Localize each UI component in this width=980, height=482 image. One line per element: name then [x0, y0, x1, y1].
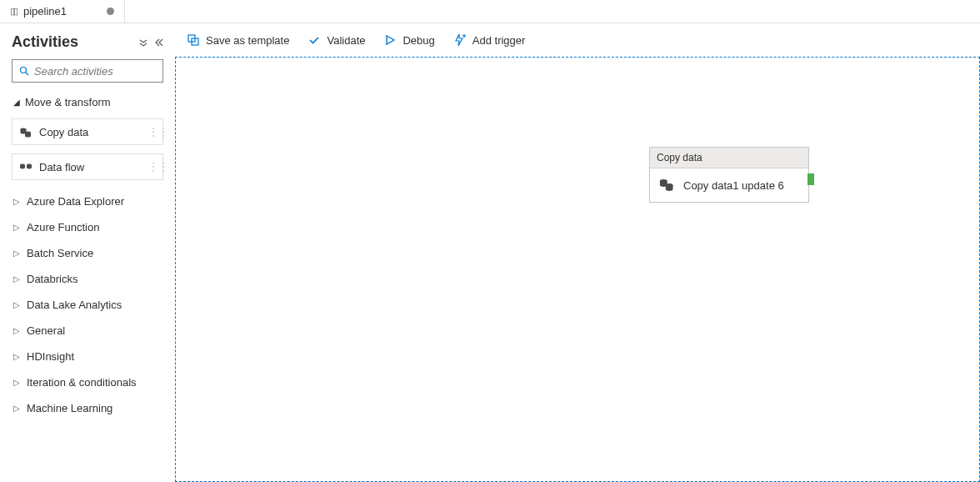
chevron-right-icon: ▷: [13, 326, 20, 335]
chevron-right-icon: ▷: [13, 378, 20, 387]
pipeline-canvas[interactable]: Copy data Copy data1 update 6: [175, 57, 980, 482]
activity-label: Data flow: [39, 161, 84, 173]
chevron-right-icon: ▷: [13, 352, 20, 361]
category-label: Data Lake Analytics: [27, 299, 122, 311]
search-activities-box[interactable]: [12, 59, 163, 83]
sidebar-header: Activities: [12, 33, 163, 51]
node-name: Copy data1 update 6: [683, 179, 784, 192]
sidebar-header-controls: [138, 38, 163, 48]
category-item[interactable]: ▷ Iteration & conditionals: [12, 369, 163, 395]
chevron-right-icon: ▷: [13, 223, 20, 232]
category-label: General: [27, 324, 65, 337]
play-icon: [383, 33, 397, 47]
copy-data-icon: [658, 177, 675, 193]
node-body: Copy data1 update 6: [650, 168, 808, 202]
tab-bar: ▯▯ pipeline1: [0, 0, 980, 23]
debug-button[interactable]: Debug: [383, 33, 434, 47]
sidebar-title: Activities: [12, 33, 78, 51]
tab-label: pipeline1: [23, 5, 67, 18]
activity-label: Copy data: [39, 126, 88, 138]
category-label: Iteration & conditionals: [27, 376, 137, 389]
category-label: Batch Service: [27, 247, 93, 259]
category-label: HDInsight: [27, 350, 74, 363]
activity-copy-data[interactable]: Copy data ⋮⋮: [12, 118, 163, 145]
category-item[interactable]: ▷ Azure Function: [12, 214, 163, 240]
trigger-icon: [453, 33, 467, 47]
node-type-label: Copy data: [650, 148, 808, 168]
category-item[interactable]: ▷ Machine Learning: [12, 395, 163, 421]
collapse-panel-icon[interactable]: [153, 38, 163, 48]
chevron-right-icon: ▷: [13, 249, 20, 258]
check-icon: [308, 33, 321, 47]
canvas-wrap: Save as template Validate Debug Add trig…: [175, 23, 980, 482]
success-connector[interactable]: [808, 173, 814, 185]
category-item[interactable]: ▷ Databricks: [12, 266, 163, 292]
chevron-right-icon: ▷: [13, 197, 20, 206]
category-item[interactable]: ▷ Azure Data Explorer: [12, 188, 163, 214]
unsaved-indicator-icon: [107, 8, 114, 15]
save-as-template-button[interactable]: Save as template: [187, 33, 289, 47]
category-item[interactable]: ▷ HDInsight: [12, 344, 163, 369]
chevron-right-icon: ▷: [13, 404, 20, 413]
expand-collapse-icon[interactable]: [138, 38, 148, 48]
add-trigger-button[interactable]: Add trigger: [453, 33, 526, 47]
chevron-down-icon: ◢: [13, 98, 20, 107]
category-label: Azure Function: [27, 221, 99, 233]
toolbar-label: Save as template: [206, 34, 289, 47]
pipeline-icon: ▯▯: [10, 6, 17, 17]
category-move-transform[interactable]: ◢ Move & transform: [12, 93, 163, 112]
svg-point-0: [21, 68, 27, 73]
category-label: Azure Data Explorer: [27, 195, 124, 208]
category-item[interactable]: ▷ Data Lake Analytics: [12, 292, 163, 318]
drag-grip-icon: ⋮⋮: [156, 119, 161, 144]
data-flow-icon: [19, 160, 32, 173]
search-icon: [19, 66, 29, 76]
search-input[interactable]: [34, 65, 156, 78]
save-template-icon: [187, 33, 200, 47]
main-area: Activities ◢ Move & transform: [0, 23, 980, 482]
category-label: Machine Learning: [27, 402, 112, 414]
category-label: Move & transform: [25, 96, 111, 108]
toolbar-label: Add trigger: [472, 34, 526, 47]
toolbar-label: Debug: [402, 34, 434, 47]
drag-grip-icon: ⋮⋮: [156, 154, 161, 179]
category-label: Databricks: [27, 273, 78, 285]
pipeline-tab[interactable]: ▯▯ pipeline1: [0, 0, 125, 23]
validate-button[interactable]: Validate: [308, 33, 365, 47]
toolbar-label: Validate: [327, 34, 365, 47]
svg-line-1: [26, 73, 28, 75]
copy-data-node[interactable]: Copy data Copy data1 update 6: [649, 147, 809, 203]
chevron-right-icon: ▷: [13, 300, 20, 309]
category-item[interactable]: ▷ General: [12, 318, 163, 344]
copy-data-icon: [19, 125, 32, 138]
activity-data-flow[interactable]: Data flow ⋮⋮: [12, 153, 163, 180]
activities-sidebar: Activities ◢ Move & transform: [0, 23, 175, 482]
category-item[interactable]: ▷ Batch Service: [12, 240, 163, 266]
chevron-right-icon: ▷: [13, 274, 20, 284]
pipeline-toolbar: Save as template Validate Debug Add trig…: [175, 23, 980, 57]
